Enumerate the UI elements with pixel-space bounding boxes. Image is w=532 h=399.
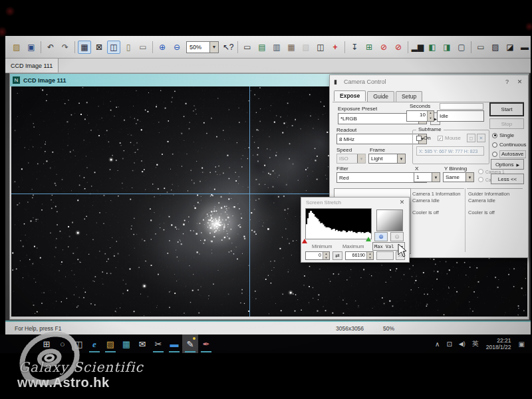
save-green-icon[interactable]: ◨ — [440, 41, 454, 54]
checkbox-icon[interactable]: ✓ — [438, 136, 443, 141]
maxim-dl-icon[interactable]: ✎ — [182, 334, 198, 353]
print-icon[interactable]: ▧ — [299, 41, 313, 54]
checkbox-icon[interactable] — [416, 136, 422, 141]
combo-arrow-icon[interactable]: ▼ — [466, 173, 473, 182]
less-button[interactable]: Less << — [491, 174, 524, 184]
tray-network-icon[interactable]: ⊡ — [446, 340, 452, 348]
crosshair-toggle-icon[interactable]: + — [329, 41, 342, 54]
zoom-level-combo[interactable]: 50%▼ — [186, 41, 219, 53]
combo-arrow-icon[interactable]: ▼ — [432, 173, 440, 182]
autosave-radio[interactable]: Autosave — [492, 150, 526, 158]
tab-guide[interactable]: Guide — [367, 91, 394, 102]
zoom-out-icon[interactable]: ⊖ — [170, 41, 184, 54]
spin-up-icon[interactable]: ▲ — [428, 111, 434, 116]
radio-icon[interactable] — [492, 133, 497, 138]
stretch-zoom-out-button[interactable]: ⊖ — [390, 232, 404, 241]
batch-process-icon[interactable]: ▤ — [255, 41, 269, 54]
minimum-spinner[interactable]: 0 ▲▼ — [305, 251, 330, 260]
contrast-icon[interactable]: ◪ — [503, 41, 517, 54]
undo-icon[interactable]: ↶ — [44, 41, 57, 54]
frame-combo[interactable]: Light ▼ — [368, 154, 406, 164]
tab-ccd-image-111[interactable]: CCD Image 111 — [5, 59, 59, 72]
guide-control-icon[interactable]: ⊘ — [392, 41, 405, 54]
image-adjust-icon[interactable]: ▨ — [489, 41, 502, 54]
screen-stretch-icon[interactable]: ▭ — [241, 41, 254, 54]
histogram-panel[interactable] — [305, 208, 372, 239]
save-icon[interactable]: ▣ — [25, 41, 38, 54]
minimum-marker[interactable] — [302, 239, 307, 243]
rect-select-icon[interactable]: ▭ — [474, 41, 487, 54]
subframe-edit-button[interactable]: ◻ — [467, 134, 475, 142]
tray-chevron-icon[interactable]: ∧ — [435, 340, 440, 348]
zoom-in-icon[interactable]: ⊕ — [156, 41, 169, 54]
edge-icon[interactable]: e — [86, 334, 102, 353]
maximum-spinner[interactable]: 66190 ▲▼ — [345, 251, 374, 260]
device-icon[interactable]: ▦ — [285, 41, 298, 54]
maximum-marker[interactable] — [366, 237, 371, 241]
combo-arrow-icon[interactable]: ▼ — [209, 42, 218, 53]
spin-down-icon[interactable]: ▼ — [323, 256, 329, 260]
paint-app-icon[interactable]: ✒ — [198, 334, 214, 353]
combo-arrow-icon[interactable]: ▼ — [397, 154, 405, 163]
dialog-close-button[interactable]: ✕ — [515, 78, 525, 86]
file-explorer-icon[interactable]: ▨ — [102, 334, 118, 353]
image-display-icon[interactable]: ▦ — [78, 41, 91, 54]
vertical-profile-icon[interactable]: ◫ — [107, 41, 120, 54]
speed-combo[interactable]: ISO ▼ — [336, 154, 366, 164]
y-binning-combo[interactable]: Same ▼ — [443, 172, 474, 182]
task-view-button[interactable]: ◫ — [70, 334, 86, 353]
tray-notification-icon[interactable]: ▣ — [519, 340, 525, 348]
tray-clock[interactable]: 22:21 2018/1/22 — [486, 337, 511, 350]
trash-icon[interactable]: ▭ — [136, 41, 150, 54]
tray-time: 22:21 — [486, 337, 511, 344]
start-button[interactable]: ⊞ — [39, 334, 55, 353]
redo-icon[interactable]: ↷ — [59, 41, 72, 54]
new-window-icon[interactable]: ⊞ — [362, 41, 376, 54]
subframe-clear-button[interactable]: ✕ — [477, 134, 485, 142]
radio-icon[interactable] — [492, 152, 497, 157]
tab-setup[interactable]: Setup — [396, 91, 422, 102]
context-help-icon[interactable]: ↖? — [221, 41, 235, 54]
stretch-zoom-in-button[interactable]: ⊕ — [374, 232, 388, 241]
options-button[interactable]: Options ▶ — [491, 159, 524, 170]
combo-arrow-icon: ▼ — [357, 154, 365, 163]
mail-icon[interactable]: ✉ — [134, 334, 150, 353]
clipboard-icon[interactable]: ▯ — [122, 41, 135, 54]
stretch-extra-button[interactable] — [376, 251, 394, 260]
status-image-size: 3056x3056 — [336, 325, 364, 332]
open-icon[interactable]: ▨ — [10, 41, 23, 54]
stretch-close-button[interactable]: ✕ — [397, 198, 407, 207]
subframe-mouse-checkbox[interactable]: ✓ Mouse — [438, 135, 461, 141]
document-icon[interactable]: ▥ — [270, 41, 283, 54]
display-app-icon[interactable]: ▬ — [166, 334, 182, 353]
frame-icon[interactable]: ▢ — [455, 41, 468, 54]
snip-app-icon[interactable]: ✂ — [150, 334, 166, 353]
fit-to-screen-icon[interactable]: ⊠ — [92, 41, 106, 54]
tab-expose[interactable]: Expose — [334, 90, 366, 101]
tray-volume-icon[interactable]: ◀) — [459, 340, 466, 347]
levels-icon[interactable]: ▬ — [518, 41, 531, 54]
status-help-text: For Help, press F1 — [15, 325, 61, 332]
tray-ime-indicator[interactable]: 英 — [472, 339, 479, 348]
camera-control-icon[interactable]: ⊘ — [377, 41, 390, 54]
spin-down-icon[interactable]: ▼ — [367, 256, 373, 260]
single-radio[interactable]: Single — [492, 132, 514, 138]
camera-control-titlebar[interactable]: ▮ Camera Control ? ✕ — [330, 75, 528, 88]
stop-button[interactable]: Stop — [489, 118, 524, 129]
continuous-radio[interactable]: Continuous — [492, 142, 526, 148]
x-binning-combo[interactable]: 1 ▼ — [414, 172, 440, 182]
histogram-icon[interactable]: ▂▆ — [411, 41, 424, 54]
dock-icon[interactable]: ↧ — [348, 41, 361, 54]
cortana-button[interactable]: ○ — [55, 334, 70, 353]
radio-icon[interactable] — [492, 142, 497, 148]
dialog-help-button[interactable]: ? — [502, 78, 512, 86]
start-button[interactable]: Start — [489, 102, 524, 116]
copy-icon[interactable]: ◫ — [314, 41, 327, 54]
spin-down-icon[interactable]: ▼ — [428, 116, 434, 122]
subframe-on-checkbox[interactable]: On — [416, 135, 431, 141]
seconds-spinner[interactable]: 10 ▲▼ — [406, 110, 434, 122]
open-green-icon[interactable]: ◧ — [426, 41, 439, 54]
autosave-label[interactable]: Autosave — [499, 150, 526, 158]
store-icon[interactable]: ▦ — [118, 334, 134, 353]
swap-button[interactable]: ⇄ — [332, 251, 342, 260]
